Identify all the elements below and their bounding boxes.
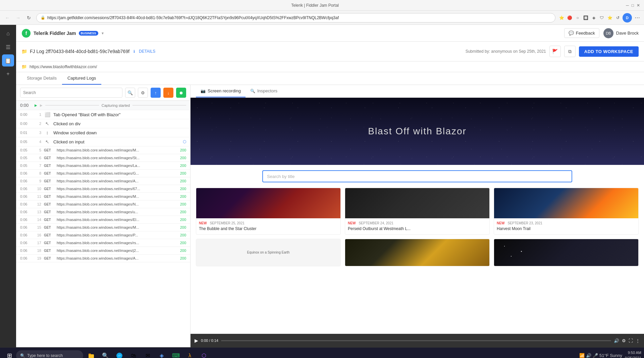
volume-icon[interactable]: 🔊 bbox=[586, 353, 591, 358]
table-row[interactable]: 0:01 3 ↕ Window scrolled down bbox=[16, 128, 190, 137]
meteor-image bbox=[345, 188, 489, 218]
search-button[interactable]: 🔍 bbox=[125, 88, 135, 98]
vscode-icon: ◈ bbox=[160, 352, 164, 358]
taskbar-right: 📶 🔊 🎤 51°F Sunny 9:50 AM 9/25/2021 bbox=[579, 350, 641, 358]
start-button[interactable]: ⊞ bbox=[3, 349, 16, 358]
table-row[interactable]: 0:06 13 GET https://nasaims.blob.core.wi… bbox=[16, 208, 190, 216]
table-row[interactable]: 0:05 5 GET https://nasaims.blob.core.win… bbox=[16, 146, 190, 154]
sidebar-icon-add[interactable]: + bbox=[2, 68, 14, 80]
chevron-down-icon[interactable]: ▾ bbox=[102, 31, 104, 36]
copy-button[interactable]: ⧉ bbox=[564, 46, 576, 57]
article-card[interactable]: NEW SEPTEMBER 23, 2021 Harvest Moon Trai… bbox=[494, 188, 639, 235]
table-row[interactable]: 0:05 4 ↖ Clicked on input ⬡ bbox=[16, 137, 190, 146]
refresh-button[interactable]: ↻ bbox=[24, 13, 34, 23]
taskbar-app-vscode[interactable]: ◈ bbox=[155, 349, 168, 358]
network-icon[interactable]: 📶 bbox=[579, 353, 585, 358]
lambda-icon: λ bbox=[189, 353, 191, 358]
feedback-button[interactable]: 💬 Feedback bbox=[564, 28, 599, 38]
table-row[interactable]: 0:06 9 GET https://nasaims.blob.core.win… bbox=[16, 177, 190, 185]
user-info[interactable]: DB Dave Brock bbox=[603, 28, 639, 38]
tab-storage[interactable]: Storage Details bbox=[21, 72, 62, 85]
taskbar-app-lambda[interactable]: λ bbox=[183, 349, 197, 358]
log-status: 200 bbox=[176, 202, 186, 206]
taskbar-app-mail[interactable]: ✉ bbox=[141, 349, 154, 358]
export-icon[interactable]: ⬡ bbox=[183, 139, 186, 144]
table-row[interactable]: 0:06 8 GET https://nasaims.blob.core.win… bbox=[16, 170, 190, 177]
table-row[interactable]: 0:06 10 GET https://nasaims.blob.core.wi… bbox=[16, 185, 190, 193]
table-row[interactable]: 0:05 6 GET https://nasaims.blob.core.win… bbox=[16, 154, 190, 162]
back-button[interactable]: ← bbox=[3, 13, 12, 23]
more-icon[interactable]: ⋮ bbox=[636, 338, 640, 343]
ext-icon-6[interactable]: 🛡 bbox=[598, 14, 605, 21]
tab-captured[interactable]: Captured Logs bbox=[62, 72, 101, 85]
table-row[interactable]: 0:06 15 GET https://nasaims.blob.core.wi… bbox=[16, 224, 190, 231]
volume-icon[interactable]: 🔊 bbox=[614, 338, 619, 343]
mic-icon[interactable]: 🎤 bbox=[593, 353, 598, 358]
ext-icon-8[interactable]: ↺ bbox=[614, 14, 621, 21]
article-card[interactable]: NEW SEPTEMBER 24, 2021 Perseid Outburst … bbox=[345, 188, 490, 235]
log-url: https://nasaims.blob.core.windows.net/im… bbox=[57, 179, 173, 183]
table-row[interactable]: 0:06 14 GET https://nasaims.blob.core.wi… bbox=[16, 216, 190, 224]
bottom-card[interactable] bbox=[345, 239, 490, 266]
log-time: 0:00 bbox=[20, 113, 32, 117]
taskbar-search[interactable]: 🔍 Type here to search bbox=[16, 350, 83, 358]
table-row[interactable]: 0:06 12 GET https://nasaims.blob.core.wi… bbox=[16, 200, 190, 208]
article-card[interactable]: NEW SEPTEMBER 25, 2021 The Bubble and th… bbox=[196, 188, 341, 235]
taskbar-app-store[interactable]: 🛍 bbox=[127, 349, 140, 358]
ext-icon-3[interactable]: ○ bbox=[574, 14, 581, 21]
tab-inspectors[interactable]: 🔍 Inspectors bbox=[246, 85, 282, 97]
table-row[interactable]: 0:05 7 GET https://nasaims.blob.core.win… bbox=[16, 162, 190, 170]
table-row[interactable]: 0:06 11 GET https://nasaims.blob.core.wi… bbox=[16, 193, 190, 200]
play-icon[interactable]: ▶ bbox=[35, 103, 37, 107]
log-url: https://nasaims.blob.core.windows.net/im… bbox=[57, 256, 173, 260]
sidebar-icon-home[interactable]: ⌂ bbox=[2, 28, 14, 40]
video-progress-bar[interactable] bbox=[221, 340, 611, 341]
record-button[interactable]: ⏺ bbox=[176, 88, 186, 98]
bottom-card[interactable]: Equinox on a Spinning Earth bbox=[196, 239, 341, 266]
table-row[interactable]: 0:06 17 GET https://nasaims.blob.core.wi… bbox=[16, 239, 190, 247]
table-row[interactable]: 0:00 1 ⬜ Tab Opened "Blast Off with Blaz… bbox=[16, 110, 190, 119]
video-play-button[interactable]: ▶ bbox=[195, 338, 198, 343]
ext-icon-2[interactable]: 🔴 bbox=[566, 14, 573, 21]
site-search-box[interactable]: Search by title bbox=[262, 170, 572, 182]
flag-button[interactable]: 🚩 bbox=[549, 46, 561, 57]
inspectors-label: Inspectors bbox=[257, 88, 277, 93]
taskbar-app-edge[interactable] bbox=[113, 349, 126, 358]
download-up-button[interactable]: ↑ bbox=[151, 88, 161, 98]
search-input[interactable] bbox=[20, 88, 122, 98]
window-action-controls[interactable]: ─ □ ✕ bbox=[626, 3, 640, 8]
table-row[interactable]: 0:06 19 GET https://nasaims.blob.core.wi… bbox=[16, 255, 190, 262]
http-method: GET bbox=[44, 148, 54, 152]
maximize-icon[interactable]: □ bbox=[632, 3, 634, 8]
taskbar-app-search[interactable]: 🔍 bbox=[99, 349, 112, 358]
ext-icon-4[interactable]: 🔲 bbox=[582, 14, 589, 21]
taskbar-app-visual-studio[interactable]: ⬡ bbox=[197, 349, 211, 358]
table-row[interactable]: 0:06 16 GET https://nasaims.blob.core.wi… bbox=[16, 231, 190, 239]
log-time: 0:06 bbox=[20, 194, 32, 198]
forward-button[interactable]: → bbox=[13, 13, 23, 23]
taskbar-app-file-explorer[interactable] bbox=[85, 349, 98, 358]
article-date: SEPTEMBER 25, 2021 bbox=[210, 221, 244, 225]
ext-icon-7[interactable]: ⭐ bbox=[606, 14, 613, 21]
sidebar-icon-active[interactable]: 📋 bbox=[2, 54, 14, 66]
table-row[interactable]: 0:00 2 ↖ Clicked on div bbox=[16, 119, 190, 128]
download-down-button[interactable]: ↓ bbox=[163, 88, 173, 98]
browser-extensions: ⭐ 🔴 ○ 🔲 ◈ 🛡 ⭐ ↺ D ⋯ bbox=[558, 13, 641, 23]
filter-button[interactable]: ⚙ bbox=[138, 88, 148, 98]
taskbar-app-terminal[interactable]: ⌨ bbox=[169, 349, 182, 358]
tab-screen-recording[interactable]: 📷 Screen recording bbox=[196, 85, 246, 97]
ext-icon-1[interactable]: ⭐ bbox=[558, 14, 565, 21]
profile-button[interactable]: D bbox=[623, 13, 632, 23]
fullscreen-icon[interactable]: ⛶ bbox=[629, 338, 633, 343]
settings-icon[interactable]: ⚙ bbox=[622, 338, 626, 343]
sidebar-icon-list[interactable]: ☰ bbox=[2, 41, 14, 53]
browser-menu-button[interactable]: ⋯ bbox=[633, 14, 641, 21]
ext-icon-5[interactable]: ◈ bbox=[590, 14, 597, 21]
close-icon[interactable]: ✕ bbox=[637, 3, 640, 8]
details-link[interactable]: DETAILS bbox=[139, 49, 155, 54]
address-bar[interactable]: 🔒 https://jam.getfiddler.com/sessions/2f… bbox=[36, 13, 555, 23]
minimize-icon[interactable]: ─ bbox=[626, 3, 629, 8]
add-workspace-button[interactable]: ADD TO WORKSPACE bbox=[579, 46, 639, 57]
bottom-card[interactable] bbox=[494, 239, 639, 266]
table-row[interactable]: 0:06 18 GET https://nasaims.blob.core.wi… bbox=[16, 247, 190, 255]
